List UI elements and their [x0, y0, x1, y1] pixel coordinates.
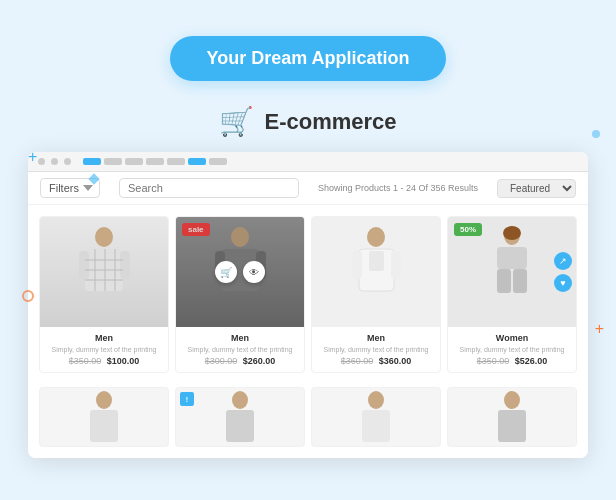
svg-rect-16	[352, 251, 362, 279]
browser-tab-4	[167, 158, 185, 165]
filters-select[interactable]: Filters	[40, 178, 100, 198]
svg-point-26	[232, 391, 248, 409]
search-input[interactable]	[119, 178, 299, 198]
price-old-4: $350.00	[477, 356, 510, 366]
svg-point-28	[368, 391, 384, 409]
svg-rect-3	[120, 251, 130, 279]
svg-rect-2	[79, 251, 89, 279]
browser-dot-1	[38, 158, 45, 165]
browser-tab-3	[146, 158, 164, 165]
browser-mockup: Filters Showing Products 1 - 24 Of 356 R…	[28, 152, 588, 458]
product-card-row2-1[interactable]	[39, 387, 169, 447]
shop-toolbar: Filters Showing Products 1 - 24 Of 356 R…	[28, 172, 588, 205]
product-image-2: sale 🛒 👁	[176, 217, 304, 327]
browser-tab-5	[188, 158, 206, 165]
product-figure-3	[349, 225, 404, 320]
product-category-4: Women	[454, 333, 570, 343]
featured-select[interactable]: Featured	[497, 179, 576, 198]
product-category-3: Men	[318, 333, 434, 343]
svg-rect-23	[513, 269, 527, 293]
product-price-4: $350.00 $526.00	[454, 356, 570, 366]
header-section: Your Dream Application 🛒 E-commerce	[0, 0, 616, 138]
price-new-3: $360.00	[379, 356, 412, 366]
card-actions-4: ↗ ♥	[554, 252, 572, 292]
product-figure-row2-2	[218, 390, 263, 445]
svg-point-24	[96, 391, 112, 409]
svg-rect-27	[226, 410, 254, 442]
products-grid-row1: Men Simply, dummy text of the printing $…	[28, 205, 588, 384]
off-badge: 50%	[454, 223, 482, 236]
browser-dot-2	[51, 158, 58, 165]
product-desc-3: Simply, dummy text of the printing	[318, 345, 434, 354]
product-info-4: Women Simply, dummy text of the printing…	[448, 327, 576, 372]
browser-tab-6	[209, 158, 227, 165]
row2-badge-text: !	[186, 396, 188, 403]
product-figure-1	[77, 225, 132, 320]
svg-rect-29	[362, 410, 390, 442]
product-image-3	[312, 217, 440, 327]
product-card-4[interactable]: 50% ↗ ♥ Women Si	[447, 216, 577, 373]
product-info-2: Men Simply, dummy text of the printing $…	[176, 327, 304, 372]
product-desc-2: Simply, dummy text of the printing	[182, 345, 298, 354]
action-icon-share[interactable]: ↗	[554, 252, 572, 270]
product-card-3[interactable]: Men Simply, dummy text of the printing $…	[311, 216, 441, 373]
showing-text: Showing Products 1 - 24 Of 356 Results	[318, 183, 478, 193]
product-card-row2-4[interactable]	[447, 387, 577, 447]
product-desc-4: Simply, dummy text of the printing	[454, 345, 570, 354]
card-hover-overlay: 🛒 👁	[176, 217, 304, 327]
svg-rect-17	[391, 251, 401, 279]
overlay-icon-cart[interactable]: 🛒	[215, 261, 237, 283]
products-grid-row2: !	[28, 384, 588, 458]
browser-dot-3	[64, 158, 71, 165]
product-figure-row2-3	[354, 390, 399, 445]
product-info-3: Men Simply, dummy text of the printing $…	[312, 327, 440, 372]
product-card-1[interactable]: Men Simply, dummy text of the printing $…	[39, 216, 169, 373]
product-image-1	[40, 217, 168, 327]
price-new-4: $526.00	[515, 356, 548, 366]
ecommerce-title: 🛒 E-commerce	[219, 105, 396, 138]
svg-rect-18	[369, 251, 384, 271]
price-old-1: $350.00	[69, 356, 102, 366]
price-new-1: $100.00	[107, 356, 140, 366]
browser-tab-2	[125, 158, 143, 165]
product-figure-4	[485, 225, 540, 320]
product-desc-1: Simply, dummy text of the printing	[46, 345, 162, 354]
svg-rect-22	[497, 269, 511, 293]
svg-point-30	[504, 391, 520, 409]
product-price-3: $360.00 $360.00	[318, 356, 434, 366]
product-card-2[interactable]: sale 🛒 👁 Men Simply, dummy text of the p	[175, 216, 305, 373]
product-figure-row2-1	[82, 390, 127, 445]
row2-badge: !	[180, 392, 194, 406]
browser-tabs	[83, 158, 227, 165]
svg-point-20	[503, 226, 521, 240]
browser-tab-1	[104, 158, 122, 165]
price-old-3: $360.00	[341, 356, 374, 366]
product-price-2: $300.00 $260.00	[182, 356, 298, 366]
product-card-row2-2[interactable]: !	[175, 387, 305, 447]
svg-point-0	[95, 227, 113, 247]
svg-rect-21	[497, 247, 527, 269]
product-image-4: 50% ↗ ♥	[448, 217, 576, 327]
product-price-1: $350.00 $100.00	[46, 356, 162, 366]
price-old-2: $300.00	[205, 356, 238, 366]
action-icon-heart[interactable]: ♥	[554, 274, 572, 292]
overlay-icon-eye[interactable]: 👁	[243, 261, 265, 283]
browser-tab-active	[83, 158, 101, 165]
product-card-row2-3[interactable]	[311, 387, 441, 447]
svg-rect-25	[90, 410, 118, 442]
product-info-1: Men Simply, dummy text of the printing $…	[40, 327, 168, 372]
svg-point-14	[367, 227, 385, 247]
svg-rect-31	[498, 410, 526, 442]
cart-icon: 🛒	[219, 105, 254, 138]
ecommerce-label: E-commerce	[264, 109, 396, 135]
product-category-2: Men	[182, 333, 298, 343]
product-figure-row2-4	[490, 390, 535, 445]
dream-application-button[interactable]: Your Dream Application	[170, 36, 445, 81]
price-new-2: $260.00	[243, 356, 276, 366]
product-category-1: Men	[46, 333, 162, 343]
browser-container: Filters Showing Products 1 - 24 Of 356 R…	[0, 152, 616, 458]
browser-bar	[28, 152, 588, 172]
